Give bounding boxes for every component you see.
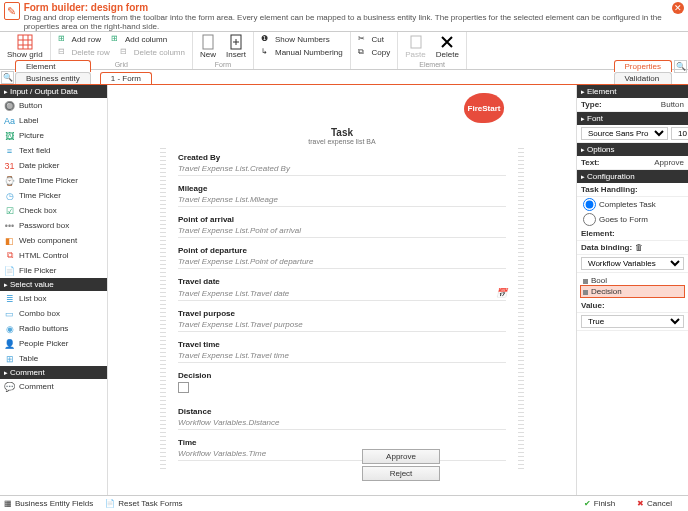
font-size-select[interactable]: 10 bbox=[671, 127, 688, 140]
toolbox-item-radio-buttons[interactable]: ◉Radio buttons bbox=[0, 321, 107, 336]
form-field[interactable]: Point of arrivalTravel Expense List.Poin… bbox=[178, 215, 506, 238]
tab-properties[interactable]: Properties bbox=[614, 60, 672, 72]
toolbox-item-button[interactable]: 🔘Button bbox=[0, 98, 107, 113]
tab-form[interactable]: 1 - Form bbox=[100, 72, 152, 84]
props-section-options: Options bbox=[577, 143, 688, 156]
toolbox-item-date-picker[interactable]: 31Date picker bbox=[0, 158, 107, 173]
delete-row-button[interactable]: ⊟Delete row bbox=[56, 46, 112, 59]
finish-button[interactable]: ✔Finish bbox=[584, 499, 615, 508]
toolbox-group-header[interactable]: Input / Output Data bbox=[0, 85, 107, 98]
toolbox-item-icon: Aa bbox=[4, 115, 15, 126]
toolbox-item-icon: ••• bbox=[4, 220, 15, 231]
toolbox-item-people-picker[interactable]: 👤People Picker bbox=[0, 336, 107, 351]
form-field[interactable]: Travel dateTravel Expense List.Travel da… bbox=[178, 277, 506, 301]
tree-node[interactable]: Decision bbox=[581, 286, 684, 297]
delete-button[interactable]: Delete bbox=[434, 33, 461, 60]
field-label: Decision bbox=[178, 371, 506, 380]
form-field[interactable]: Travel purposeTravel Expense List.Travel… bbox=[178, 309, 506, 332]
business-entity-fields-button[interactable]: ▦Business Entity Fields bbox=[4, 499, 93, 508]
toolbox-item-icon: ▭ bbox=[4, 308, 15, 319]
toolbox-item-icon: ◧ bbox=[4, 235, 15, 246]
field-value: Workflow Variables.Distance bbox=[178, 416, 506, 430]
radio-completes-task[interactable]: Completes Task bbox=[577, 197, 688, 212]
cut-button[interactable]: ✂Cut bbox=[356, 33, 393, 46]
add-row-button[interactable]: ⊞Add row bbox=[56, 33, 103, 46]
form-field[interactable]: Travel timeTravel Expense List.Travel ti… bbox=[178, 340, 506, 363]
toolbox-item-comment[interactable]: 💬Comment bbox=[0, 379, 107, 394]
form-field[interactable]: Decision bbox=[178, 371, 506, 399]
toolbox-item-datetime-picker[interactable]: ⌚DateTime Picker bbox=[0, 173, 107, 188]
new-button[interactable]: New bbox=[198, 33, 218, 60]
toolbox-item-icon: 🔘 bbox=[4, 100, 15, 111]
checkbox-input[interactable] bbox=[178, 382, 189, 393]
toolbox-item-time-picker[interactable]: ◷Time Picker bbox=[0, 188, 107, 203]
reject-button[interactable]: Reject bbox=[362, 466, 440, 481]
tree-node[interactable]: Bool bbox=[581, 275, 684, 286]
field-value: Workflow Variables.Time bbox=[178, 447, 506, 461]
toolbox-item-file-picker[interactable]: 📄File Picker bbox=[0, 263, 107, 278]
props-section-element: Element bbox=[577, 85, 688, 98]
form-field[interactable]: MileageTravel Expense List.Mileage bbox=[178, 184, 506, 207]
field-value: Travel Expense List.Created By bbox=[178, 162, 506, 176]
form-field[interactable]: Created ByTravel Expense List.Created By bbox=[178, 153, 506, 176]
add-column-button[interactable]: ⊞Add column bbox=[109, 33, 169, 46]
reset-icon: 📄 bbox=[105, 499, 115, 508]
toolbox-item-web-component[interactable]: ◧Web component bbox=[0, 233, 107, 248]
field-value: Travel Expense List.Travel purpose bbox=[178, 318, 506, 332]
toolbox-group-header[interactable]: Comment bbox=[0, 366, 107, 379]
toolbox-item-check-box[interactable]: ☑Check box bbox=[0, 203, 107, 218]
cancel-button[interactable]: ✖Cancel bbox=[637, 499, 672, 508]
toolbox-sidebar: Input / Output Data🔘ButtonAaLabel🖼Pictur… bbox=[0, 85, 108, 499]
cancel-icon: ✖ bbox=[637, 499, 644, 508]
value-select[interactable]: True bbox=[581, 315, 684, 328]
ribbon: Show grid ⊞Add row ⊞Add column ⊟Delete r… bbox=[0, 32, 688, 70]
delete-icon[interactable]: 🗑 bbox=[635, 243, 643, 252]
close-icon[interactable]: ✕ bbox=[672, 2, 684, 14]
calendar-icon[interactable]: 📅 bbox=[496, 288, 506, 298]
design-canvas[interactable]: FireStart Task travel expense list BA Cr… bbox=[108, 85, 576, 499]
window-subtitle: Drag and drop elements from the toolbar … bbox=[24, 13, 684, 31]
toolbox-item-label[interactable]: AaLabel bbox=[0, 113, 107, 128]
toolbox-item-text-field[interactable]: ≡Text field bbox=[0, 143, 107, 158]
field-value: Travel Expense List.Travel date📅 bbox=[178, 286, 506, 301]
show-grid-button[interactable]: Show grid bbox=[5, 33, 45, 60]
binding-select[interactable]: Workflow Variables bbox=[581, 257, 684, 270]
toolbox-group-header[interactable]: Select value bbox=[0, 278, 107, 291]
toolbox-item-password-box[interactable]: •••Password box bbox=[0, 218, 107, 233]
toolbox-item-list-box[interactable]: ≣List box bbox=[0, 291, 107, 306]
manual-numbering-button[interactable]: ↳Manual Numbering bbox=[259, 46, 345, 59]
form-field[interactable]: DistanceWorkflow Variables.Distance bbox=[178, 407, 506, 430]
window-header: ✎ Form builder: design form Drag and dro… bbox=[0, 0, 688, 32]
toolbox-item-icon: 💬 bbox=[4, 381, 15, 392]
entity-icon: ▦ bbox=[4, 499, 12, 508]
props-section-font: Font bbox=[577, 112, 688, 125]
toolbox-item-icon: ⊞ bbox=[4, 353, 15, 364]
font-family-select[interactable]: Source Sans Pro bbox=[581, 127, 668, 140]
form-field[interactable]: Point of departureTravel Expense List.Po… bbox=[178, 246, 506, 269]
tab-validation[interactable]: Validation bbox=[614, 72, 672, 84]
radio-goes-to-form[interactable]: Goes to Form bbox=[577, 212, 688, 227]
approve-button[interactable]: Approve bbox=[362, 449, 440, 464]
toolbox-item-html-control[interactable]: ⧉HTML Control bbox=[0, 248, 107, 263]
form-field[interactable]: TimeWorkflow Variables.Time bbox=[178, 438, 506, 461]
show-numbers-button[interactable]: ❶Show Numbers bbox=[259, 33, 345, 46]
tab-element[interactable]: Element bbox=[15, 60, 91, 72]
form-subtitle: travel expense list BA bbox=[168, 138, 516, 145]
reset-task-forms-button[interactable]: 📄Reset Task Forms bbox=[105, 499, 182, 508]
field-label: Point of departure bbox=[178, 246, 506, 255]
toolbox-item-combo-box[interactable]: ▭Combo box bbox=[0, 306, 107, 321]
paste-button[interactable]: Paste bbox=[403, 33, 427, 60]
delete-column-button[interactable]: ⊟Delete column bbox=[118, 46, 187, 59]
ruler-right bbox=[518, 145, 524, 469]
search-icon[interactable]: 🔍 bbox=[674, 60, 687, 73]
toolbox-item-table[interactable]: ⊞Table bbox=[0, 351, 107, 366]
copy-button[interactable]: ⧉Copy bbox=[356, 46, 393, 59]
search-icon[interactable]: 🔍 bbox=[1, 71, 14, 84]
toolbox-item-icon: ≣ bbox=[4, 293, 15, 304]
field-label: Distance bbox=[178, 407, 506, 416]
field-value: Travel Expense List.Point of arrival bbox=[178, 224, 506, 238]
insert-button[interactable]: Insert bbox=[224, 33, 248, 60]
toolbox-item-picture[interactable]: 🖼Picture bbox=[0, 128, 107, 143]
toolbox-item-icon: ◷ bbox=[4, 190, 15, 201]
tab-business-entity[interactable]: Business entity bbox=[15, 72, 91, 84]
